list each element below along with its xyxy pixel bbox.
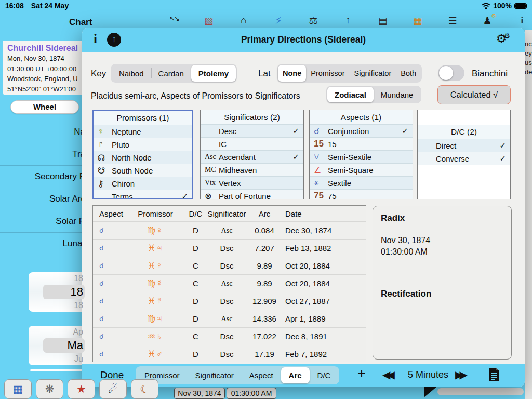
image-icon[interactable]: ▧: [201, 15, 217, 26]
sidebar-item-tra[interactable]: Tra: [0, 143, 85, 166]
upload-arrow-icon[interactable]: ↑: [340, 15, 356, 26]
sidebar-item-label: Solar R: [56, 216, 85, 227]
date-value: Dec 8, 1891: [280, 332, 366, 341]
list-item-conjunction[interactable]: ☌Conjunction✓: [310, 124, 413, 137]
share-up-icon[interactable]: ↑: [107, 33, 121, 47]
moon-button[interactable]: ☾: [131, 379, 158, 399]
lat-option-both[interactable]: Both: [396, 65, 421, 82]
list-item-vertex[interactable]: VtxVertex: [201, 176, 303, 189]
table-row[interactable]: ☌♍♃DAsc14.336Apr 1, 1889: [93, 310, 366, 327]
table-row[interactable]: ☌♍♀DAsc0.084Dec 30, 1874: [93, 221, 366, 239]
promissor-glyph-icon: ♍♀: [124, 225, 187, 236]
resize-arrows-icon[interactable]: ↖↘: [166, 15, 182, 26]
picker-value[interactable]: Ma: [29, 338, 83, 353]
network-button[interactable]: ❋: [36, 379, 63, 399]
key-option-ptolemy[interactable]: Ptolemy: [191, 65, 236, 82]
bottom-date-field[interactable]: Nov 30, 1874: [174, 388, 225, 399]
add-button[interactable]: +: [357, 366, 366, 382]
bottom-time-field[interactable]: 01:30:00 AM: [227, 388, 276, 399]
list-item-north-node[interactable]: ☊North Node: [94, 151, 192, 164]
sidebar-item-solar-r[interactable]: Solar R: [0, 210, 85, 233]
list-item-sextile[interactable]: ⚹Sextile: [310, 176, 413, 189]
month-picker[interactable]: ApMaJu: [29, 326, 86, 365]
footer-tab-aspect[interactable]: Aspect: [242, 367, 281, 383]
info-icon[interactable]: i: [94, 32, 97, 46]
list-item-ascendant[interactable]: AscAscendant✓: [201, 150, 303, 163]
dc-value: D: [187, 350, 205, 358]
list-item-part-of-fortune[interactable]: ⊗Part of Fortune: [201, 189, 303, 200]
scales-icon[interactable]: ⚖: [305, 15, 321, 26]
table-row[interactable]: ☌♓♃DDsc7.207Feb 13, 1882: [93, 239, 366, 257]
table-row[interactable]: ☌♓♀CDsc9.89Oct 20, 1884: [93, 257, 366, 274]
list-item-south-node[interactable]: ☋South Node: [94, 164, 192, 177]
clipped-text-fragment: ey: [525, 49, 532, 58]
sidebar-item-lunar[interactable]: Lunar: [0, 233, 85, 255]
clipped-text-fragment: ric: [525, 39, 532, 49]
chart-place-line: Woodstock, England, U: [7, 74, 89, 84]
table-row[interactable]: ☌♓♂DDsc17.19Feb 7, 1892: [93, 345, 366, 362]
list-item-semi-square[interactable]: ∠Semi-Square: [310, 163, 413, 176]
list-item-midheaven[interactable]: MCMidheaven: [201, 163, 303, 176]
picker-value[interactable]: 18: [29, 299, 83, 312]
table-row[interactable]: ☌♍☿CAsc9.89Oct 20, 1884: [93, 274, 366, 292]
fast-forward-icon[interactable]: ▶▶: [455, 368, 464, 381]
sidebar-item-secondary-p[interactable]: Secondary P: [0, 166, 85, 188]
info-icon[interactable]: i: [514, 15, 530, 26]
grid-wheel-button[interactable]: ▦: [4, 379, 32, 399]
table-header-row: AspectPromissorD/CSignificatorArcDate: [93, 206, 366, 221]
footer-tab-d-c[interactable]: D/C: [310, 367, 339, 383]
list-item-direct[interactable]: Direct✓: [418, 139, 510, 152]
sidebar-item-na[interactable]: Na: [0, 121, 85, 143]
stars-button[interactable]: ★: [68, 379, 95, 399]
lat-option-significator[interactable]: Significator: [350, 65, 396, 82]
list-item-semi-sextile[interactable]: ⚺Semi-Sextile: [310, 150, 413, 163]
list-icon[interactable]: ☰: [445, 15, 460, 26]
key-option-cardan[interactable]: Cardan: [151, 65, 191, 82]
picker-value[interactable]: 18: [29, 285, 83, 299]
picker-value[interactable]: Ap: [29, 326, 83, 338]
lat-option-promissor[interactable]: Promissor: [306, 65, 349, 82]
lat-option-none[interactable]: None: [278, 65, 306, 82]
report-document-icon[interactable]: [488, 367, 500, 384]
zodiacal-option-mundane[interactable]: Mundane: [374, 87, 421, 102]
item-label: Vertex: [219, 179, 241, 188]
wheel-button[interactable]: Wheel: [10, 100, 79, 114]
footer-tab-arc[interactable]: Arc: [281, 367, 310, 383]
list-item-ic[interactable]: IC: [201, 137, 303, 150]
list-item-terms[interactable]: Terms✓: [94, 190, 192, 200]
date-value: Oct 20, 1884: [280, 279, 366, 288]
table-row[interactable]: ☌♓☿DDsc12.909Oct 27, 1887: [93, 292, 366, 310]
dc-list: Direct✓Converse✓: [418, 139, 510, 165]
list-item-15[interactable]: 1515: [310, 137, 413, 150]
calculated-button[interactable]: Calculated √: [437, 85, 511, 104]
chart-info-panel[interactable]: Churchill Sidereal Mon, Nov 30, 1874 01:…: [3, 41, 89, 95]
list-item-pluto[interactable]: ♇Pluto: [94, 138, 192, 151]
list-item-desc[interactable]: Desc✓: [201, 124, 303, 137]
bianchini-toggle[interactable]: [438, 65, 464, 81]
picker-value[interactable]: Ju: [29, 353, 83, 365]
list-item-converse[interactable]: Converse✓: [418, 152, 510, 165]
aspect-glyph-icon: ☌: [93, 332, 124, 340]
home-icon[interactable]: ⌂: [236, 15, 251, 26]
sidebar-item-solar-arc[interactable]: Solar Arc: [0, 188, 85, 210]
arc-value: 14.336: [249, 314, 280, 323]
key-option-naibod[interactable]: Naibod: [112, 65, 151, 82]
table-row[interactable]: ☌♒♄CDsc17.022Dec 8, 1891: [93, 327, 366, 345]
rewind-icon[interactable]: ◀◀: [382, 368, 391, 381]
list-item-75[interactable]: 7575: [310, 189, 413, 200]
method-subtitle: Placidus semi-arc, Aspects of Promissors…: [91, 91, 300, 101]
document-icon[interactable]: ▤: [375, 15, 391, 26]
zodiacal-option-zodiacal[interactable]: Zodiacal: [327, 87, 374, 102]
picker-value[interactable]: 18: [29, 272, 83, 285]
list-item-chiron[interactable]: ⚷Chiron: [94, 177, 192, 190]
footer-tab-significator[interactable]: Significator: [188, 367, 242, 383]
bottom-slider[interactable]: [437, 388, 524, 395]
comet-button[interactable]: ☄: [99, 379, 127, 399]
lightning-icon[interactable]: ⚡: [271, 15, 286, 26]
year-picker[interactable]: 181818: [29, 272, 86, 312]
dc-value: C: [187, 261, 205, 270]
grid-icon[interactable]: ▦: [410, 15, 425, 26]
settings-gears-icon[interactable]: ⚙⚙: [496, 32, 513, 46]
person-gear-icon[interactable]: ♟⚙: [480, 15, 495, 26]
list-item-neptune[interactable]: ♆Neptune: [94, 125, 192, 138]
